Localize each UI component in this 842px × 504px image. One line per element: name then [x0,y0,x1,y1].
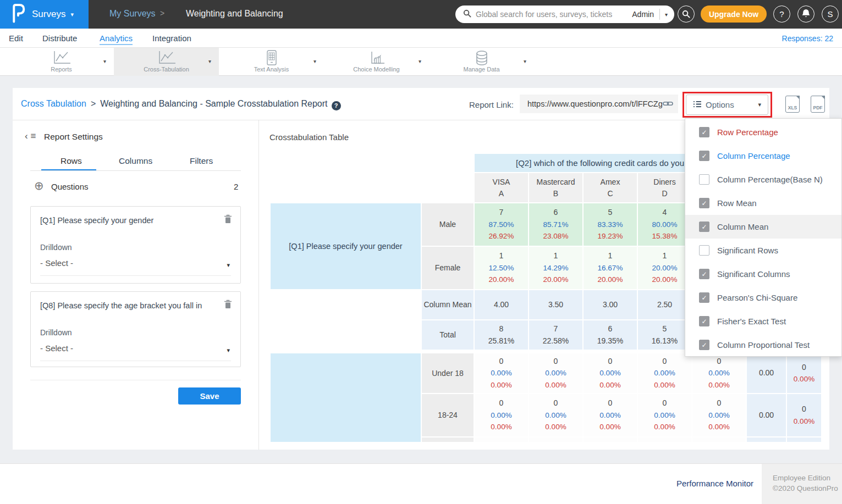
report-link-box[interactable]: https://www.questionpro.com/t/lFFCZg [520,95,678,113]
row-label-18-24: 18-24 [422,394,474,436]
data-cell: 480.00%15.38% [638,203,691,246]
option-label: Significant Rows [717,246,778,255]
toolbar-item-text-analysis[interactable]: Text Analysis▾ [219,48,324,76]
toolbar-item-choice-modelling[interactable]: Choice Modelling▾ [324,48,429,76]
pdf-icon: PDF [811,105,824,110]
partial-row-cell [422,437,474,442]
toolbar-item-reports[interactable]: Reports▾ [9,48,114,76]
search-input[interactable] [476,10,632,19]
avatar[interactable]: S [822,5,839,23]
row-label-male: Male [422,203,474,246]
question-card-q1: [Q1] Please specify your gender Drilldow… [30,206,241,284]
export-xls-button[interactable]: XLS [785,96,800,113]
toolbar-item-manage-data[interactable]: Manage Data▾ [429,48,534,76]
drilldown-label: Drilldown [40,328,72,337]
help-button[interactable]: ? [773,5,790,23]
chevron-down-icon: ▾ [227,347,230,354]
checkbox-unchecked-icon[interactable] [699,245,709,256]
tab-edit[interactable]: Edit [9,34,23,43]
global-search[interactable]: Admin ▾ [455,5,674,23]
tab-columns[interactable]: Columns [119,156,152,166]
checkbox-checked-icon[interactable]: ✓ [699,316,709,326]
total-cell: 516.13% [638,320,691,350]
checkbox-checked-icon[interactable]: ✓ [699,292,709,303]
option-column-percentage-base-n[interactable]: Column Percentage(Base N) [685,168,841,191]
chevron-down-icon: ▾ [758,101,761,108]
export-pdf-button[interactable]: PDF [811,96,825,113]
trash-icon[interactable] [224,300,232,311]
divider [30,170,241,171]
search-submit-button[interactable] [678,5,695,23]
data-cell: 00.00%0.00% [692,353,746,393]
link-icon[interactable] [663,99,673,109]
chevron-down-icon: ▾ [313,58,316,64]
help-icon[interactable]: ? [332,101,341,110]
checkbox-checked-icon[interactable]: ✓ [699,340,709,350]
column-mean-cell: 3.00 [584,290,637,319]
toolbar-item-label: Reports [9,66,114,73]
option-column-proportional-test[interactable]: ✓Column Proportional Test [685,333,841,357]
question-title: [Q1] Please specify your gender [40,216,153,225]
option-significant-columns[interactable]: ✓Significant Columns [685,262,841,286]
cross-tabulation-link[interactable]: Cross Tabulation [21,99,86,108]
option-column-percentage[interactable]: ✓Column Percentage [685,144,841,168]
add-question-icon[interactable]: ⊕ [34,179,44,192]
checkbox-checked-icon[interactable]: ✓ [699,198,709,208]
line-chart-icon [9,50,114,68]
search-icon [463,9,471,20]
notifications-button[interactable] [797,5,815,23]
option-column-mean[interactable]: ✓Column Mean [685,215,841,239]
options-button[interactable]: Options ▾ [686,95,768,115]
option-significant-rows[interactable]: Significant Rows [685,239,841,262]
save-button[interactable]: Save [178,387,241,405]
checkbox-checked-icon[interactable]: ✓ [699,127,709,137]
checkbox-unchecked-icon[interactable] [699,174,709,185]
partial-row-cell [787,437,821,442]
performance-monitor-link[interactable]: Performance Monitor [676,479,753,488]
select-value: - Select - [40,258,73,268]
option-row-mean[interactable]: ✓Row Mean [685,191,841,215]
report-url[interactable]: https://www.questionpro.com/t/lFFCZg [527,99,663,108]
column-header-mastercard: MastercardB [529,173,582,202]
toolbar-item-cross-tabulation[interactable]: Cross-Tabulation▾ [114,48,219,76]
row-label-column-mean: Column Mean [422,290,474,319]
crosstab-table-title: Crosstabulation Table [269,132,349,142]
tab-analytics[interactable]: Analytics [100,34,133,45]
q2-banner-cell: [Q2] which of the following credit cards… [475,154,691,172]
option-label: Row Mean [717,198,757,208]
column-mean-cell: 3.50 [529,290,582,319]
responses-count: Responses: 22 [782,34,833,43]
breadcrumb-my-surveys[interactable]: My Surveys [109,9,156,19]
tab-filters[interactable]: Filters [190,156,213,166]
upgrade-now-button[interactable]: Upgrade Now [701,5,767,23]
drilldown-select[interactable]: - Select - ▾ [40,344,231,361]
option-fisher-s-exact-test[interactable]: ✓Fisher's Exact Test [685,309,841,333]
search-scope-selector[interactable]: Admin [632,10,654,19]
partial-row-cell [638,437,691,442]
option-pearson-s-chi-square[interactable]: ✓Pearson's Chi-Square [685,286,841,309]
toolbar-item-label: Text Analysis [219,66,324,73]
toolbar-item-label: Manage Data [429,66,534,73]
line-chart-icon [114,50,219,68]
data-cell: 00.00%0.00% [584,353,637,393]
tab-rows[interactable]: Rows [60,156,82,166]
trash-icon[interactable] [224,214,232,226]
checkbox-checked-icon[interactable]: ✓ [699,221,709,232]
option-label: Significant Columns [717,269,790,279]
total-cell: 619.35% [584,320,637,350]
total-cell: 00.00% [787,353,821,393]
report-breadcrumb: Cross Tabulation>Weighting and Balancing… [21,99,341,110]
option-row-percentage[interactable]: ✓Row Percentage [685,120,841,144]
data-cell: 00.00%0.00% [475,394,528,436]
tab-distribute[interactable]: Distribute [42,34,77,43]
tab-integration[interactable]: Integration [152,34,191,43]
product-switcher[interactable]: Surveys ▾ [0,0,89,29]
checkbox-checked-icon[interactable]: ✓ [699,269,709,279]
folded-corner [821,96,825,99]
total-cell: 00.00% [787,394,821,436]
chevron-down-icon[interactable]: ▾ [665,12,668,18]
top-header: Surveys ▾ My Surveys > Weighting and Bal… [0,0,842,29]
drilldown-select[interactable]: - Select - ▾ [40,258,231,276]
checkbox-checked-icon[interactable]: ✓ [699,151,709,161]
collapse-sidebar-icon[interactable]: ‹ ≡ [25,131,36,142]
